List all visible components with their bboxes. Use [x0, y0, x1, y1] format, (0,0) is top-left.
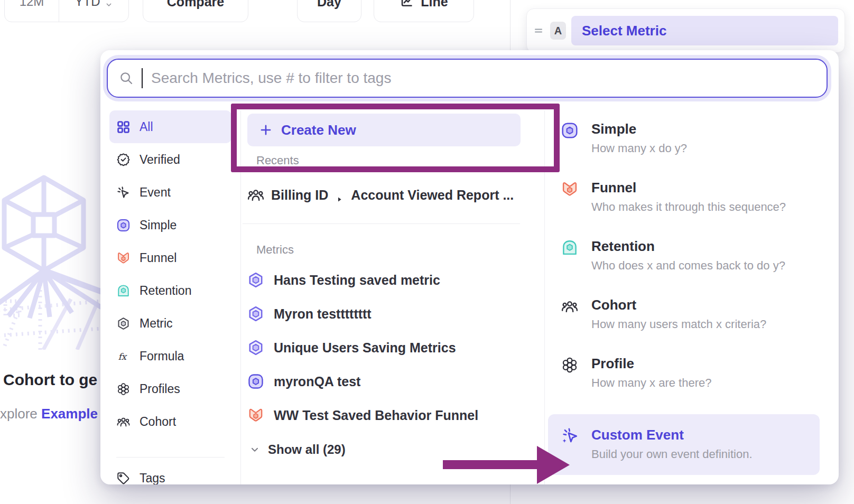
- metric-type-title: Cohort: [591, 297, 766, 313]
- screen: Cohort to ge xplore Example 12M YTD Comp…: [0, 0, 854, 504]
- metric-type-description: Who makes it through this sequence?: [591, 200, 786, 214]
- sidebar-item-profiles[interactable]: Profiles: [100, 372, 240, 405]
- plus-icon: [259, 123, 273, 137]
- recents-metrics-divider: [243, 223, 520, 224]
- metric-type-description: How many x do y?: [591, 142, 687, 155]
- hexgray-icon: [116, 316, 131, 331]
- chart-type-line-label: Line: [421, 0, 448, 10]
- funnel-icon: [561, 180, 579, 198]
- range-ytd-label: YTD: [75, 0, 100, 9]
- compare-button[interactable]: Compare: [143, 0, 248, 22]
- metric-type-option-funnel[interactable]: Funnel Who makes it through this sequenc…: [545, 180, 839, 214]
- search-input[interactable]: [151, 70, 816, 87]
- metric-type-option-profile[interactable]: Profile How many x are there?: [545, 356, 839, 390]
- picker-sidebar: All Verified Event Simple: [100, 110, 240, 484]
- range-ytd-button[interactable]: YTD: [59, 0, 128, 22]
- metric-type-option-simple[interactable]: Simple How many x do y?: [545, 121, 839, 155]
- sidebar-item-event[interactable]: Event: [100, 176, 240, 209]
- metric-item-name: Hans Testing saved metric: [274, 273, 440, 288]
- metric-list-item-unique-users-saving-metrics[interactable]: Unique Users Saving Metrics: [240, 331, 544, 365]
- chart-type-line-button[interactable]: Line: [374, 0, 474, 22]
- saved-metrics-list: Hans Testing saved metric Myron testtttt…: [240, 263, 544, 432]
- metric-item-name: Myron testttttttt: [274, 306, 372, 322]
- squircle-icon: [561, 122, 579, 139]
- sidebar-item-label: Verified: [140, 153, 180, 167]
- metric-type-title: Custom Event: [591, 427, 753, 443]
- sidebar-item-label: Tags: [140, 471, 165, 485]
- arch-icon: [116, 284, 131, 298]
- metric-type-title: Retention: [591, 238, 785, 254]
- background-headline-fragment: Cohort to ge: [3, 371, 97, 389]
- squircle-icon: [116, 218, 131, 232]
- hexpurple-icon: [247, 339, 264, 356]
- sidebar-item-metric[interactable]: Metric: [100, 307, 240, 340]
- picker-middle-column: Create New Recents Billing ID Account Vi…: [240, 110, 544, 484]
- cursor-icon: [116, 185, 131, 200]
- funnel-icon: [247, 407, 264, 424]
- sidebar-item-cohort[interactable]: Cohort: [100, 405, 240, 438]
- drag-handle-icon[interactable]: [532, 24, 545, 37]
- people-icon: [561, 297, 579, 315]
- metric-list-item-ww-test-saved-behavior-funnel[interactable]: WW Test Saved Behavior Funnel: [240, 398, 544, 432]
- cursor-star-icon: [561, 427, 579, 445]
- metric-item-name: Unique Users Saving Metrics: [274, 340, 456, 356]
- show-all-toggle[interactable]: Show all (29): [249, 436, 544, 463]
- metric-list-item-myron-testttttttt[interactable]: Myron testttttttt: [240, 297, 544, 331]
- hexpurple-icon: [247, 272, 264, 288]
- sidebar-item-label: Retention: [140, 284, 191, 298]
- seal-icon: [116, 153, 131, 167]
- metric-type-description: How many x are there?: [591, 376, 711, 390]
- sidebar-item-label: Cohort: [140, 415, 176, 429]
- metric-type-option-custom-event[interactable]: Custom Event Build your own event defini…: [548, 414, 820, 475]
- create-new-button[interactable]: Create New: [247, 114, 521, 146]
- sidebar-item-all[interactable]: All: [109, 110, 231, 143]
- cohort-icon: [247, 186, 265, 204]
- funnel-icon: [116, 251, 131, 265]
- sidebar-item-label: Funnel: [140, 251, 177, 265]
- sidebar-section-divider: [116, 457, 225, 458]
- sidebar-item-label: Formula: [140, 349, 184, 363]
- granularity-day-button[interactable]: Day: [297, 0, 361, 22]
- fx-icon: fx: [116, 349, 131, 363]
- chevron-down-icon: [249, 444, 261, 455]
- tag-icon: [116, 471, 131, 485]
- arch-icon: [561, 239, 579, 257]
- range-12m-button[interactable]: 12M: [5, 0, 59, 22]
- date-range-segmented-control: 12M YTD: [4, 0, 129, 22]
- recent-item-prefix: Billing ID: [271, 188, 328, 203]
- series-a-badge: A: [550, 22, 566, 40]
- sidebar-item-formula[interactable]: fx Formula: [100, 340, 240, 372]
- metric-type-description: Who does x and comes back to do y?: [591, 259, 785, 273]
- recent-item-billing[interactable]: Billing ID Account Viewed Report ...: [247, 180, 544, 210]
- sidebar-item-funnel[interactable]: Funnel: [100, 241, 240, 274]
- metric-picker-panel: All Verified Event Simple: [100, 50, 839, 484]
- sidebar-item-label: Metric: [140, 316, 173, 331]
- sidebar-item-label: Profiles: [140, 382, 180, 396]
- metric-search-bar[interactable]: [107, 59, 828, 98]
- sidebar-item-tags[interactable]: Tags: [100, 462, 240, 484]
- metrics-section-title: Metrics: [256, 243, 544, 257]
- sidebar-item-label: All: [140, 120, 153, 134]
- line-chart-icon: [400, 0, 414, 9]
- metric-list-item-hans-testing-saved-metric[interactable]: Hans Testing saved metric: [240, 263, 544, 297]
- grid-icon: [116, 120, 131, 134]
- metric-type-option-cohort[interactable]: Cohort How many users match x criteria?: [545, 297, 839, 331]
- show-all-label: Show all (29): [268, 442, 346, 457]
- recents-section-title: Recents: [256, 154, 544, 167]
- search-icon: [118, 70, 134, 86]
- select-metric-field[interactable]: Select Metric: [571, 16, 838, 45]
- metric-type-title: Simple: [591, 121, 687, 137]
- metric-list-item-myronqa-test[interactable]: myronQA test: [240, 365, 544, 398]
- explore-text-fragment: xplore: [0, 406, 41, 422]
- create-new-label: Create New: [281, 122, 356, 138]
- flower-icon: [116, 382, 131, 396]
- example-reports-link[interactable]: Example: [41, 406, 98, 422]
- metric-item-name: WW Test Saved Behavior Funnel: [274, 408, 478, 423]
- sidebar-item-simple[interactable]: Simple: [100, 209, 240, 241]
- sidebar-item-label: Event: [140, 185, 171, 200]
- metric-type-title: Funnel: [591, 180, 786, 195]
- metric-type-option-retention[interactable]: Retention Who does x and comes back to d…: [545, 238, 839, 273]
- sidebar-item-retention[interactable]: Retention: [100, 274, 240, 307]
- sidebar-item-verified[interactable]: Verified: [100, 143, 240, 176]
- people-icon: [116, 415, 131, 429]
